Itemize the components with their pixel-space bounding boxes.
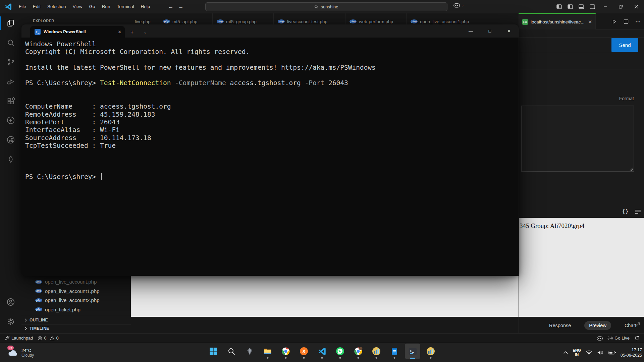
tab-label: localhost/sunshine/liveac... <box>531 19 585 24</box>
terminal-close-button[interactable]: ✕ <box>499 24 519 38</box>
menu-help[interactable]: Help <box>137 0 153 13</box>
taskbar-icon-terminal[interactable]: >_ <box>405 344 420 359</box>
settings-button[interactable] <box>0 312 21 331</box>
menu-view[interactable]: View <box>69 0 86 13</box>
running-indicator <box>285 357 287 359</box>
sidebar-item-run-debug[interactable] <box>0 72 21 91</box>
taskbar-icon-mt5-2[interactable] <box>423 344 438 359</box>
battery-icon[interactable] <box>608 351 616 355</box>
menu-selection[interactable]: Selection <box>44 0 69 13</box>
menu-edit[interactable]: Edit <box>30 0 44 13</box>
taskbar-icon-chrome[interactable] <box>278 344 293 359</box>
section-label: TIMELINE <box>30 326 49 331</box>
menu-terminal[interactable]: Terminal <box>113 0 137 13</box>
request-body-textarea[interactable] <box>521 106 634 172</box>
more-actions-icon[interactable]: ⋯ <box>635 18 641 25</box>
taskbar-icon-notes[interactable] <box>387 344 402 359</box>
hidden-icons-chevron[interactable] <box>564 351 568 354</box>
toggle-sidebar-icon[interactable] <box>565 0 576 13</box>
running-indicator <box>376 357 377 359</box>
terminal-line <box>25 56 519 64</box>
go-live-button[interactable]: Go Live <box>605 334 632 343</box>
taskbar-icon-xampp[interactable]: X <box>296 344 312 359</box>
menu-file[interactable]: File <box>15 0 30 13</box>
taskbar-icon-search[interactable] <box>224 344 239 359</box>
tab-close-icon[interactable]: ✕ <box>588 19 592 24</box>
tab-localhost-preview[interactable]: pos localhost/sunshine/liveac... ✕ <box>519 13 596 29</box>
terminal-line: PS C:\Users\shrey> <box>25 173 519 181</box>
problems-button[interactable]: 0 0 <box>35 334 61 343</box>
file-item-open_live_account1.php[interactable]: phpopen_live_account1.php <box>21 287 131 296</box>
new-tab-button[interactable]: + <box>130 29 133 35</box>
terminal-output[interactable]: Windows PowerShellCopyright (C) Microsof… <box>21 38 519 276</box>
taskbar-icon-start[interactable] <box>206 344 221 359</box>
window-restore-button[interactable] <box>613 0 629 13</box>
volume-icon[interactable] <box>597 350 604 355</box>
sidebar-item-source-control[interactable] <box>0 52 21 72</box>
running-indicator <box>358 357 359 359</box>
terminal-tab-close-icon[interactable]: ✕ <box>118 29 121 35</box>
nav-forward-icon[interactable]: → <box>178 4 183 10</box>
window-close-button[interactable] <box>629 0 644 13</box>
copilot-status-button[interactable] <box>594 334 605 343</box>
terminal-minimize-button[interactable]: — <box>461 24 480 38</box>
clock[interactable]: 17:17 05-09-2025 <box>621 347 642 358</box>
taskbar-icon-app-dark[interactable] <box>242 344 257 359</box>
launchpad-label: Launchpad <box>11 336 33 341</box>
terminal-maximize-button[interactable]: □ <box>480 24 499 38</box>
split-editor-icon[interactable] <box>624 19 629 24</box>
toggle-secondary-sidebar-icon[interactable] <box>587 0 598 13</box>
php-icon: php <box>35 307 42 311</box>
taskbar-icon-file-explorer[interactable] <box>260 344 275 359</box>
account-button[interactable] <box>0 292 21 312</box>
taskbar-icon-whatsapp[interactable] <box>332 344 348 359</box>
word-wrap-icon[interactable] <box>635 209 641 214</box>
resize-handle-icon[interactable] <box>630 168 633 171</box>
sidebar-item-explorer[interactable] <box>0 13 21 33</box>
sidebar-item-extensions[interactable] <box>0 91 21 111</box>
sidebar-item-mongodb[interactable] <box>0 149 21 169</box>
send-button[interactable]: Send <box>611 38 638 52</box>
section-timeline[interactable]: TIMELINE <box>21 324 131 333</box>
nav-back-icon[interactable]: ← <box>168 4 173 10</box>
sidebar-item-search[interactable] <box>0 33 21 52</box>
bottom-tab-preview[interactable]: Preview <box>584 321 611 330</box>
toggle-panel-icon[interactable] <box>576 0 587 13</box>
expand-diagonal-icon[interactable] <box>635 322 641 327</box>
taskbar-icon-chrome-profile[interactable] <box>351 344 366 359</box>
terminal-titlebar[interactable]: >_ Windows PowerShell ✕ + ⌄ — □ ✕ <box>21 24 519 38</box>
taskbar-icon-mt5[interactable] <box>369 344 384 359</box>
terminal-line: SourceAddress : 10.114.173.18 <box>25 134 519 142</box>
file-item-open_ticket.php[interactable]: phpopen_ticket.php <box>21 305 131 314</box>
section-outline[interactable]: OUTLINE <box>21 316 131 324</box>
format-button[interactable]: Format <box>619 96 634 101</box>
copilot-menu[interactable]: ⌄ <box>453 3 464 8</box>
warning-count: 0 <box>56 336 59 341</box>
running-indicator <box>394 357 395 359</box>
file-item-open_live_account2.php[interactable]: phpopen_live_account2.php <box>21 296 131 305</box>
tab-dropdown-icon[interactable]: ⌄ <box>144 30 147 35</box>
chevron-right-icon <box>24 318 28 322</box>
sidebar-item-project-graph[interactable] <box>0 130 21 149</box>
command-center-search[interactable]: sunshine <box>205 2 447 11</box>
menu-go[interactable]: Go <box>86 0 99 13</box>
copilot-icon <box>597 336 603 341</box>
php-icon: php <box>35 298 42 302</box>
launchpad-button[interactable]: Launchpad <box>0 334 35 343</box>
bottom-tab-response[interactable]: Response <box>544 321 576 330</box>
run-file-icon[interactable] <box>612 19 617 24</box>
json-braces-icon[interactable]: { } <box>623 208 628 214</box>
running-indicator <box>430 357 432 359</box>
sidebar-item-thunder-client[interactable] <box>0 111 21 130</box>
terminal-tab-title: Windows PowerShell <box>44 29 115 34</box>
taskbar-icon-vscode[interactable] <box>314 344 330 359</box>
file-item-open_live_account.php[interactable]: phpopen_live_account.php <box>21 277 131 287</box>
wifi-icon[interactable] <box>586 350 592 355</box>
menu-run[interactable]: Run <box>99 0 114 13</box>
customize-layout-icon[interactable] <box>553 0 565 13</box>
notifications-button[interactable] <box>632 334 644 343</box>
language-indicator[interactable]: ENG IN <box>573 348 581 357</box>
news-badge: 9+ <box>7 346 14 350</box>
terminal-tab[interactable]: >_ Windows PowerShell ✕ <box>30 26 125 38</box>
window-minimize-button[interactable] <box>598 0 613 13</box>
